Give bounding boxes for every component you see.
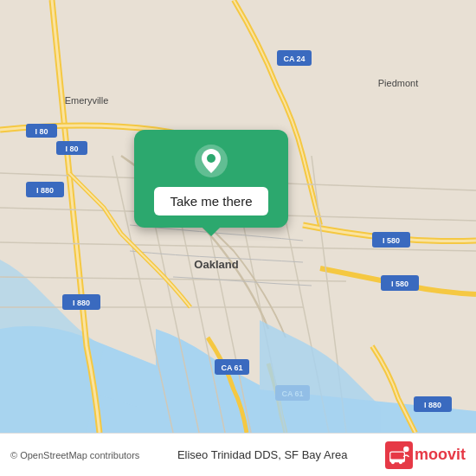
svg-text:I 580: I 580 — [391, 280, 408, 288]
svg-text:I 80: I 80 — [65, 145, 78, 153]
location-pin-icon — [194, 144, 228, 178]
svg-text:CA 24: CA 24 — [283, 55, 305, 63]
svg-rect-40 — [390, 452, 403, 459]
svg-point-43 — [403, 446, 408, 451]
svg-text:I 80: I 80 — [35, 127, 48, 136]
map-view[interactable]: I 880 I 80 I 880 I 580 I 580 CA 24 CA 61… — [0, 0, 476, 433]
svg-text:CA 61: CA 61 — [221, 363, 242, 372]
osm-attribution: © OpenStreetMap contributors — [10, 450, 139, 460]
svg-text:Emeryville: Emeryville — [65, 95, 109, 106]
svg-text:Piedmont: Piedmont — [378, 78, 418, 88]
moovit-text: moovit — [415, 446, 466, 464]
footer-left: © OpenStreetMap contributors — [10, 450, 139, 460]
svg-text:Oakland: Oakland — [194, 258, 238, 271]
moovit-logo-icon — [385, 441, 413, 469]
svg-text:I 880: I 880 — [36, 186, 54, 195]
svg-point-41 — [391, 460, 395, 464]
place-name: Eliseo Trinidad DDS, SF Bay Area — [177, 448, 348, 461]
svg-text:I 880: I 880 — [73, 299, 90, 307]
take-me-there-button[interactable]: Take me there — [154, 187, 267, 215]
svg-text:I 580: I 580 — [383, 236, 400, 245]
svg-text:I 880: I 880 — [424, 401, 441, 409]
footer-bar: © OpenStreetMap contributors Eliseo Trin… — [0, 433, 476, 476]
popup-card: Take me there — [134, 130, 288, 228]
svg-point-37 — [207, 154, 215, 163]
svg-point-42 — [399, 460, 402, 464]
moovit-logo: moovit — [385, 441, 466, 469]
